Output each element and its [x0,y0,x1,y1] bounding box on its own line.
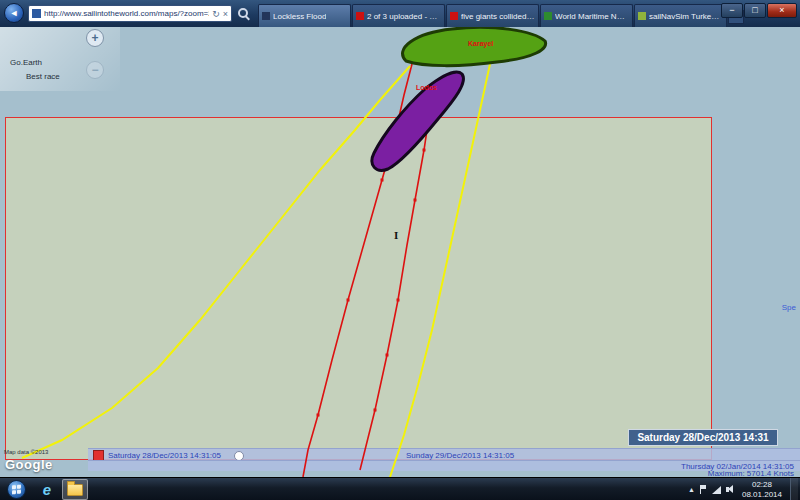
system-tray: ▲ 02:28 08.01.2014 [688,478,800,500]
taskbar: e ▲ 02:28 08.01.2014 [0,477,800,500]
window-controls: − □ × [721,3,797,18]
tab-favicon [544,12,552,20]
site-favicon-icon [32,9,41,18]
tab-world-maritime[interactable]: World Maritime New - Norwe... [540,4,633,27]
layer-link-earth[interactable]: Go.Earth [10,58,42,67]
tab-youtube-upload[interactable]: 2 of 3 uploaded - YouTube [352,4,445,27]
folder-icon [67,484,83,496]
taskbar-explorer-button[interactable] [62,479,88,500]
address-bar[interactable]: http://www.sailintotheworld.com/maps/?zo… [28,5,232,22]
url-text: http://www.sailintotheworld.com/maps/?zo… [44,9,209,18]
start-button[interactable] [7,480,26,499]
maximum-info-label: Maximum: 5701.4 Knots [708,469,794,477]
tab-strip: Lockless Flood 2 of 3 uploaded - YouTube… [258,4,744,27]
hidden-icons-arrow-icon[interactable]: ▲ [688,486,695,493]
action-center-icon[interactable] [700,485,707,494]
map-canvas[interactable]: Karayel Lodos + − Go.Earth Best race Spe… [0,27,800,477]
show-desktop-button[interactable] [790,478,798,500]
timeline-bar[interactable]: Saturday 28/Dec/2013 14:31:05 Sunday 29/… [88,448,800,460]
timeline-bar-secondary: Thursday 02/Jan/2014 14:31:05 [88,460,800,471]
time-tooltip: Saturday 28/Dec/2013 14:31 [628,429,778,446]
close-button[interactable]: × [767,3,797,18]
back-button[interactable]: ◄ [4,3,24,23]
timeline-start-label: Saturday 28/Dec/2013 14:31:05 [108,451,221,460]
minimize-button[interactable]: − [721,3,743,18]
boat-green-label: Karayel [468,40,493,47]
clock-time: 02:28 [742,480,782,490]
maximize-button[interactable]: □ [744,3,766,18]
tab-youtube-video[interactable]: five giants collided Hasan Bal... [446,4,539,27]
boat-purple-label: Lodos [416,84,437,91]
layer-link-bestrace[interactable]: Best race [26,72,60,81]
tab-favicon [262,12,270,20]
tab-label: Lockless Flood [273,12,326,21]
zoom-out-button[interactable]: − [86,61,104,79]
internet-explorer-icon: e [43,480,51,499]
network-icon[interactable] [712,486,721,494]
waypoint-i-marker: I [394,229,398,241]
tab-favicon [638,12,646,20]
tab-favicon [450,12,458,20]
tab-label: 2 of 3 uploaded - YouTube [367,12,441,21]
race-boundary-rect [5,117,712,460]
search-icon[interactable] [238,8,251,21]
back-arrow-icon: ◄ [10,8,19,18]
browser-titlebar: ◄ http://www.sailintotheworld.com/maps/?… [0,0,800,27]
magnifier-glyph [238,8,248,18]
tab-label: five giants collided Hasan Bal... [461,12,535,21]
speed-legend-label: Spe [782,303,796,312]
taskbar-clock[interactable]: 02:28 08.01.2014 [742,480,782,500]
map-attribution-text: Map data ©2013 [4,449,48,455]
volume-icon[interactable] [726,487,729,492]
stop-icon[interactable]: × [223,9,228,19]
tab-sailnavsim[interactable]: sailNavSim Turkey - Admiral Cont... [634,4,727,27]
taskbar-ie-button[interactable]: e [34,479,60,500]
windows-flag-icon [12,485,21,495]
tab-favicon [356,12,364,20]
zoom-in-button[interactable]: + [86,29,104,47]
tab-label: World Maritime New - Norwe... [555,12,629,21]
timeline-current-label: Sunday 29/Dec/2013 14:31:05 [406,451,514,460]
tab-lockless-flood[interactable]: Lockless Flood [258,4,351,27]
refresh-icon[interactable]: ↻ [212,9,220,19]
desktop-screen: ◄ http://www.sailintotheworld.com/maps/?… [0,0,800,500]
tab-label: sailNavSim Turkey - Admiral Cont... [649,12,723,21]
google-logo[interactable]: Google [5,457,53,472]
clock-date: 08.01.2014 [742,490,782,500]
